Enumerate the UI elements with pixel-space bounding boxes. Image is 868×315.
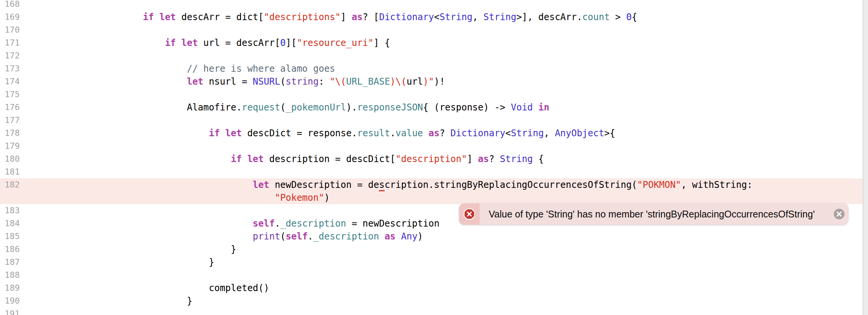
token-pl: descDict = response.: [242, 128, 357, 139]
token-kw: in: [538, 102, 549, 113]
line-number-168[interactable]: 168: [0, 0, 20, 11]
code-line-177[interactable]: 177: [0, 114, 863, 127]
token-pl: description = descDict[: [264, 154, 396, 164]
line-number-175[interactable]: 175: [0, 88, 20, 101]
line-number-182[interactable]: 182: [0, 178, 20, 191]
token-pl: {: [533, 154, 544, 164]
line-number-180[interactable]: 180: [0, 153, 20, 165]
token-pl: cription.stringByReplacingOccurrencesOfS…: [385, 180, 637, 190]
token-prop: count: [582, 12, 610, 22]
code-text: completed(): [44, 282, 269, 295]
line-number-169[interactable]: 169: [0, 11, 20, 24]
token-prop: request: [242, 102, 280, 113]
code-line-189[interactable]: 189 completed(): [0, 282, 863, 295]
token-pl: [176, 38, 181, 48]
line-number-190[interactable]: 190: [0, 295, 20, 307]
token-pl: (: [280, 231, 285, 242]
token-pl: [154, 12, 159, 22]
code-line-172[interactable]: 172: [0, 49, 863, 62]
code-editor[interactable]: 168169 if let descArr = dict["descriptio…: [0, 0, 863, 315]
code-line-168[interactable]: 168: [0, 0, 863, 11]
code-line-176[interactable]: 176 Alamofire.request(_pokemonUrl).respo…: [0, 101, 863, 114]
code-line-174[interactable]: 174 let nsurl = NSURL(string: "\(URL_BAS…: [0, 75, 863, 88]
token-ty: String: [511, 128, 544, 139]
token-prop: result: [357, 128, 390, 139]
line-number-170[interactable]: 170: [0, 24, 20, 36]
token-pl: ? [: [363, 12, 379, 22]
token-pl: >{: [604, 128, 615, 139]
token-prop: _description: [313, 231, 379, 242]
line-number-189[interactable]: 189: [0, 282, 20, 295]
code-line-185[interactable]: 185 print(self._description as Any): [0, 230, 863, 243]
token-kw: let: [225, 128, 242, 139]
token-kw: if: [209, 128, 220, 139]
code-line-182[interactable]: 182 let newDescription = description.str…: [0, 178, 863, 191]
line-number-172[interactable]: 172: [0, 49, 20, 62]
token-ty: Any: [401, 231, 417, 242]
line-number-173[interactable]: 173: [0, 62, 20, 75]
line-number-171[interactable]: 171: [0, 36, 20, 49]
token-pl: [533, 102, 538, 113]
code-text: if let url = descArr[0]["resource_uri"] …: [44, 36, 390, 49]
code-line-171[interactable]: 171 if let url = descArr[0]["resource_ur…: [0, 36, 863, 49]
line-number-191[interactable]: 191: [0, 307, 20, 315]
error-banner-icon-segment[interactable]: [459, 203, 480, 225]
code-line-187[interactable]: 187 }: [0, 256, 863, 269]
code-line-181[interactable]: 181: [0, 165, 863, 178]
token-num: 0: [280, 38, 285, 48]
code-text: Alamofire.request(_pokemonUrl).responseJ…: [44, 101, 549, 114]
token-kw: let: [187, 76, 203, 87]
code-line-169[interactable]: 169 if let descArr = dict["descriptions"…: [0, 11, 863, 24]
code-line-186[interactable]: 186 }: [0, 243, 863, 256]
code-text: "Pokemon"): [44, 191, 329, 204]
line-number-188[interactable]: 188: [0, 269, 20, 282]
code-line-190[interactable]: 190 }: [0, 295, 863, 307]
scrollbar-track[interactable]: [863, 0, 868, 315]
code-line-179[interactable]: 179: [0, 140, 863, 153]
code-line-170[interactable]: 170: [0, 24, 863, 36]
line-number-181[interactable]: 181: [0, 165, 20, 178]
code-line-173[interactable]: 173 // here is where alamo goes: [0, 62, 863, 75]
code-line-wrap[interactable]: "Pokemon"): [0, 191, 863, 204]
token-kw: if: [165, 38, 176, 48]
code-text: let nsurl = NSURL(string: "\(URL_BASE)\(…: [44, 75, 445, 88]
line-number-187[interactable]: 187: [0, 256, 20, 269]
code-line-191[interactable]: 191: [0, 307, 863, 315]
line-number-177[interactable]: 177: [0, 114, 20, 127]
code-line-178[interactable]: 178 if let descDict = response.result.va…: [0, 127, 863, 140]
line-number-179[interactable]: 179: [0, 140, 20, 153]
token-kw: let: [159, 12, 176, 22]
token-pl: :: [319, 76, 330, 87]
error-banner-message: Value of type 'String' has no member 'st…: [480, 209, 833, 220]
code-text: print(self._description as Any): [44, 230, 423, 243]
error-banner-close-button[interactable]: [833, 208, 845, 220]
code-line-180[interactable]: 180 if let description = descDict["descr…: [0, 153, 863, 165]
token-prop: value: [396, 128, 423, 139]
code-text: }: [44, 295, 192, 307]
token-pl: <: [434, 12, 439, 22]
token-pl: }: [187, 296, 192, 306]
line-number-blank[interactable]: [0, 191, 20, 204]
token-fn: print: [253, 231, 280, 242]
token-fn: string: [286, 76, 319, 87]
token-kw: self: [286, 231, 308, 242]
code-text: }: [44, 256, 214, 269]
code-line-175[interactable]: 175: [0, 88, 863, 101]
token-pl: )!: [434, 76, 445, 87]
token-pl: {: [632, 12, 637, 22]
line-number-186[interactable]: 186: [0, 243, 20, 256]
error-banner[interactable]: Value of type 'String' has no member 'st…: [459, 203, 848, 225]
line-number-184[interactable]: 184: [0, 217, 20, 230]
code-line-188[interactable]: 188: [0, 269, 863, 282]
token-kw: as: [385, 231, 396, 242]
line-number-178[interactable]: 178: [0, 127, 20, 140]
line-number-176[interactable]: 176: [0, 101, 20, 114]
token-kw: as: [478, 154, 489, 164]
token-num: 0: [626, 12, 632, 22]
line-number-185[interactable]: 185: [0, 230, 20, 243]
line-number-174[interactable]: 174: [0, 75, 20, 88]
line-number-183[interactable]: 183: [0, 204, 20, 217]
token-prop: _pokemonUrl: [286, 102, 346, 113]
token-pl: ).: [346, 102, 357, 113]
token-ty: String: [500, 154, 533, 164]
